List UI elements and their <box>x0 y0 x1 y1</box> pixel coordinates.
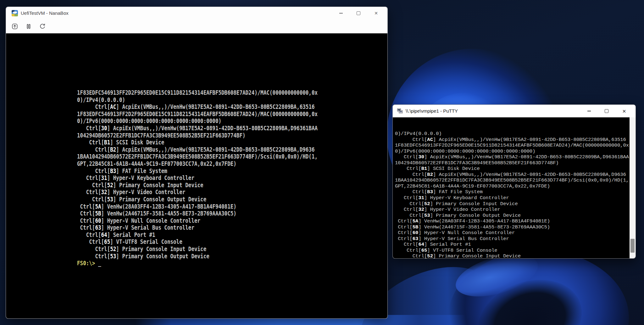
restart-button[interactable] <box>37 21 48 32</box>
desktop-wallpaper: UefiTestVM - NanaBox ✕ <box>0 0 644 325</box>
refresh-icon <box>39 23 46 30</box>
putty-window-title: \\.\pipe\vmpipe1 - PuTTY <box>406 105 458 117</box>
shell-cursor: _ <box>98 260 101 266</box>
pause-icon <box>25 23 32 30</box>
nanabox-minimize-button[interactable] <box>332 7 350 20</box>
putty-minimize-button[interactable] <box>580 105 598 117</box>
nanabox-titlebar[interactable]: UefiTestVM - NanaBox ✕ <box>6 7 387 20</box>
nanabox-app-icon <box>12 10 18 16</box>
putty-scrollbar-thumb[interactable] <box>630 239 635 253</box>
putty-terminal[interactable]: 0)/IPv4(0.0.0.0) Ctrl[AC] AcpiEx(VMBus,,… <box>393 117 636 258</box>
nanabox-window-controls: ✕ <box>332 7 385 20</box>
uefi-shell-output-serial: 0)/IPv4(0.0.0.0) Ctrl[AC] AcpiEx(VMBus,,… <box>395 131 629 259</box>
uefi-shell-output: 1F83EDFC546913FF2D2F965ED0E15C911D821543… <box>77 89 318 267</box>
nanabox-maximize-button[interactable] <box>350 7 367 20</box>
putty-close-button[interactable]: ✕ <box>615 105 633 117</box>
nanabox-close-button[interactable]: ✕ <box>367 7 385 20</box>
minimize-icon <box>587 111 591 111</box>
minimize-icon <box>339 13 343 13</box>
nanabox-window-title: UefiTestVM - NanaBox <box>21 7 69 20</box>
close-icon: ✕ <box>622 109 626 114</box>
arrow-up-box-icon <box>11 23 18 30</box>
nanabox-window: UefiTestVM - NanaBox ✕ <box>6 7 388 319</box>
nanabox-toolbar <box>6 20 387 33</box>
putty-window: \\.\pipe\vmpipe1 - PuTTY ✕ 0)/IPv4(0.0.0… <box>392 104 636 259</box>
maximize-icon <box>605 109 608 113</box>
putty-scrollbar[interactable] <box>630 117 636 258</box>
maximize-icon <box>357 11 360 15</box>
shell-prompt: FS0:\> <box>77 260 98 266</box>
putty-maximize-button[interactable] <box>598 105 615 117</box>
close-icon: ✕ <box>374 11 378 15</box>
wallpaper-swirl-shadow <box>466 266 593 325</box>
nanabox-vm-console[interactable]: 1F83EDFC546913FF2D2F965ED0E15C911D821543… <box>6 33 387 318</box>
putty-app-icon <box>397 108 403 114</box>
putty-titlebar[interactable]: \\.\pipe\vmpipe1 - PuTTY ✕ <box>393 105 636 117</box>
putty-window-controls: ✕ <box>580 105 633 117</box>
wallpaper-bottom-right-swirl <box>448 250 629 325</box>
pause-button[interactable] <box>23 21 34 32</box>
enhanced-session-button[interactable] <box>9 21 20 32</box>
